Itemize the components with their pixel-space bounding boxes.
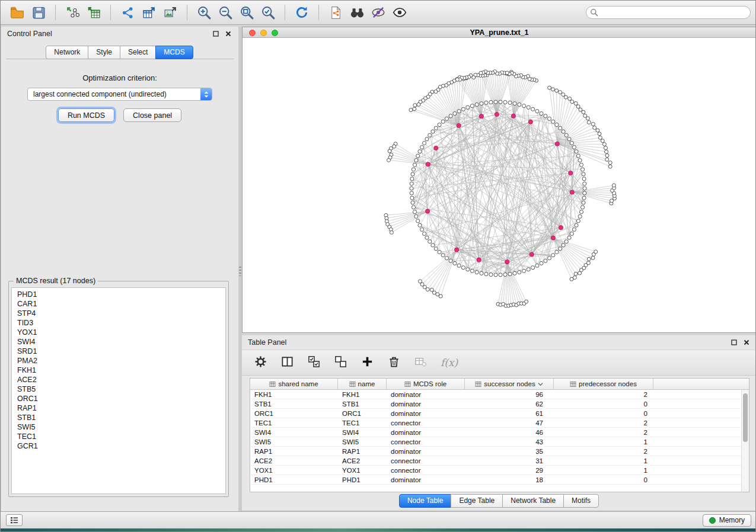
table-cell[interactable]: TEC1 (250, 418, 338, 427)
window-maximize-button[interactable] (272, 30, 278, 36)
table-cell[interactable]: 35 (465, 447, 554, 456)
zoom-out-button[interactable] (215, 3, 236, 22)
table-settings-button[interactable] (254, 355, 267, 371)
table-cell[interactable]: PHD1 (338, 475, 387, 484)
table-tab-network-table[interactable]: Network Table (502, 494, 564, 508)
table-cell[interactable]: dominator (387, 399, 465, 408)
table-cell[interactable]: 96 (465, 390, 554, 399)
table-scrollbar[interactable] (741, 390, 749, 492)
mcds-result-item[interactable]: SRD1 (17, 347, 225, 356)
optimization-criterion-dropdown[interactable]: largest connected component (undirected) (27, 88, 212, 101)
mcds-result-item[interactable]: ORC1 (17, 394, 225, 403)
hide-show-button[interactable] (368, 3, 389, 22)
table-cell[interactable]: dominator (387, 390, 465, 399)
mcds-result-item[interactable]: TID3 (17, 318, 225, 328)
import-table-disabled-button[interactable] (414, 355, 428, 371)
table-cell[interactable]: YOX1 (338, 466, 387, 475)
mcds-result-item[interactable]: TEC1 (17, 432, 225, 441)
table-row[interactable]: TEC1TEC1connector472 (250, 418, 749, 428)
tab-select[interactable]: Select (120, 46, 156, 59)
zoom-fit-button[interactable] (236, 3, 257, 22)
table-cell[interactable]: FKH1 (250, 390, 338, 399)
column-header-predecessor-nodes[interactable]: predecessor nodes (554, 379, 653, 389)
table-cell[interactable]: 0 (554, 399, 653, 408)
table-cell[interactable]: 47 (465, 418, 554, 427)
table-row[interactable]: SWI5SWI5connector431 (250, 437, 749, 447)
clone-network-button[interactable] (325, 3, 346, 22)
table-cell[interactable]: STB1 (250, 399, 338, 408)
table-row[interactable]: PHD1PHD1dominator180 (250, 475, 749, 485)
table-row[interactable]: YOX1YOX1connector291 (250, 466, 749, 475)
float-table-panel-button[interactable] (730, 338, 738, 347)
table-cell[interactable]: 1 (554, 456, 653, 465)
add-column-button[interactable] (361, 355, 374, 371)
table-row[interactable]: STB1STB1dominator620 (250, 399, 749, 409)
table-cell[interactable]: STB1 (338, 399, 387, 408)
table-cell[interactable]: FKH1 (338, 390, 387, 399)
table-cell[interactable]: 1 (554, 437, 653, 446)
table-row[interactable]: ACE2ACE2connector311 (250, 456, 749, 466)
save-session-button[interactable] (28, 3, 49, 22)
table-row[interactable]: RAP1RAP1dominator352 (250, 447, 749, 456)
table-cell[interactable]: 29 (465, 466, 554, 475)
column-header-successor-nodes[interactable]: successor nodes (465, 379, 554, 389)
table-cell[interactable]: SWI4 (250, 428, 338, 437)
table-tab-edge-table[interactable]: Edge Table (451, 494, 503, 508)
table-cell[interactable]: 61 (465, 409, 554, 418)
refresh-button[interactable] (291, 3, 312, 22)
mcds-result-item[interactable]: ACE2 (17, 375, 225, 384)
export-image-button[interactable] (160, 3, 181, 22)
table-cell[interactable]: 62 (465, 399, 554, 408)
memory-button[interactable]: Memory (703, 514, 751, 527)
table-cell[interactable]: SWI4 (338, 428, 387, 437)
table-cell[interactable]: 2 (554, 428, 653, 437)
select-all-button[interactable] (307, 355, 321, 371)
table-cell[interactable]: SWI5 (250, 437, 338, 446)
table-cell[interactable]: connector (387, 437, 465, 446)
deselect-all-button[interactable] (334, 355, 347, 371)
table-row[interactable]: SWI4SWI4dominator462 (250, 428, 749, 437)
import-network-button[interactable] (62, 3, 83, 22)
table-cell[interactable]: 2 (554, 447, 653, 456)
close-panel-action-button[interactable]: Close panel (123, 108, 181, 122)
table-cell[interactable]: 18 (465, 475, 554, 484)
table-cell[interactable]: connector (387, 418, 465, 427)
table-cell[interactable]: ORC1 (338, 409, 387, 418)
close-table-panel-button[interactable] (742, 338, 751, 347)
table-cell[interactable]: 0 (554, 475, 653, 484)
table-cell[interactable]: 46 (465, 428, 554, 437)
table-cell[interactable]: SWI5 (338, 437, 387, 446)
mcds-result-item[interactable]: GCR1 (17, 441, 225, 451)
column-header-mcds-role[interactable]: MCDS role (387, 379, 465, 389)
table-cell[interactable]: dominator (387, 428, 465, 437)
table-row[interactable]: FKH1FKH1dominator962 (250, 390, 749, 399)
mcds-result-item[interactable]: PHD1 (17, 290, 225, 299)
find-button[interactable] (346, 3, 368, 22)
table-cell[interactable]: ORC1 (250, 409, 338, 418)
table-cell[interactable]: dominator (387, 409, 465, 418)
table-cell[interactable]: YOX1 (250, 466, 338, 475)
panel-menu-button[interactable] (6, 514, 23, 526)
search-input[interactable] (586, 6, 751, 19)
table-cell[interactable]: PHD1 (250, 475, 338, 484)
show-columns-button[interactable] (280, 355, 294, 371)
table-cell[interactable]: RAP1 (250, 447, 338, 456)
open-session-button[interactable] (7, 3, 28, 22)
table-tab-node-table[interactable]: Node Table (399, 494, 452, 508)
mcds-result-item[interactable]: PMA2 (17, 356, 225, 366)
mcds-result-item[interactable]: SWI5 (17, 422, 225, 432)
mcds-result-item[interactable]: STB1 (17, 413, 225, 422)
zoom-in-button[interactable] (193, 3, 215, 22)
table-cell[interactable]: connector (387, 456, 465, 465)
mcds-result-item[interactable]: YOX1 (17, 328, 225, 337)
table-cell[interactable]: dominator (387, 447, 465, 456)
table-cell[interactable]: dominator (387, 475, 465, 484)
float-panel-button[interactable] (212, 30, 220, 38)
network-window-titlebar[interactable]: YPA_prune.txt_1 (243, 27, 756, 38)
mcds-result-item[interactable]: STB5 (17, 384, 225, 394)
network-graph-canvas[interactable] (243, 38, 756, 332)
table-cell[interactable]: ACE2 (250, 456, 338, 465)
column-header-name[interactable]: name (338, 379, 387, 389)
mcds-result-item[interactable]: SWI4 (17, 337, 225, 347)
window-minimize-button[interactable] (260, 30, 267, 36)
